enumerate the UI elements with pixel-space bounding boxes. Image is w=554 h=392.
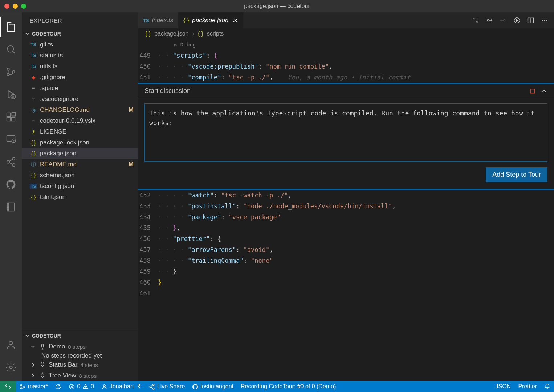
editor-area: TSindex.ts{ }package.json✕ { } package.j…	[138, 12, 554, 381]
svg-rect-6	[7, 117, 11, 121]
remote-button[interactable]	[0, 381, 16, 392]
svg-point-16	[42, 374, 43, 375]
activity-bar	[0, 12, 22, 381]
problems-status[interactable]: 0 0	[65, 381, 98, 392]
close-window[interactable]	[4, 4, 9, 9]
liveshare-icon[interactable]	[0, 152, 22, 172]
maximize-window[interactable]	[21, 4, 26, 9]
source-control-icon[interactable]	[0, 62, 22, 82]
svg-rect-5	[7, 113, 11, 117]
window-controls	[4, 4, 26, 9]
svg-point-12	[9, 341, 13, 345]
editor-actions	[472, 12, 554, 28]
next-change-icon[interactable]	[500, 17, 507, 24]
svg-point-15	[42, 363, 43, 364]
tab[interactable]: { }package.json✕	[178, 12, 243, 28]
file-item[interactable]: ≡.vscodeignore	[22, 94, 138, 105]
codetour-section-header[interactable]: CODETOUR	[22, 330, 138, 341]
discussion-header: Start discussion	[138, 84, 554, 98]
codetour-icon[interactable]	[0, 197, 22, 217]
file-item[interactable]: TSgit.ts	[22, 39, 138, 50]
discussion-panel: Start discussion Add Step to Tour	[138, 84, 554, 189]
svg-rect-7	[11, 117, 15, 121]
svg-point-18	[504, 20, 505, 21]
file-tree: TSgit.tsTSstatus.tsTSutils.ts◆.gitignore…	[22, 39, 138, 330]
notifications-icon[interactable]	[541, 383, 554, 389]
tour-empty-msg: No steps recorded yet	[22, 352, 138, 359]
svg-point-29	[103, 384, 105, 386]
chevron-down-icon	[24, 30, 30, 37]
codetour-panel: CODETOUR Demo 0 stepsNo steps recorded y…	[22, 330, 138, 381]
statusbar: master* 0 0 Jonathan 🎖 Live Share lostin…	[0, 381, 554, 392]
code-editor-top[interactable]: ▷ Debug 449· · "scripts": {450· · · · "v…	[138, 39, 554, 83]
sync-status[interactable]	[52, 381, 65, 392]
file-item[interactable]: ≡.space	[22, 83, 138, 94]
stop-icon[interactable]	[529, 88, 536, 94]
collapse-icon[interactable]	[541, 88, 547, 94]
svg-point-3	[12, 71, 15, 73]
account-icon[interactable]	[0, 335, 22, 355]
file-item[interactable]: ⚷LICENSE	[22, 126, 138, 137]
breadcrumb[interactable]: { } package.json › { } scripts	[138, 28, 554, 39]
file-item[interactable]: { }package.json	[22, 148, 138, 159]
file-item[interactable]: TSstatus.ts	[22, 50, 138, 61]
discussion-textarea[interactable]	[144, 103, 547, 162]
language-status[interactable]: JSON	[492, 383, 515, 390]
add-step-button[interactable]: Add Step to Tour	[486, 167, 547, 182]
sidebar-title: EXPLORER	[22, 12, 138, 28]
window-title: package.json — codetour	[244, 3, 310, 9]
split-editor-icon[interactable]	[527, 17, 534, 24]
formatter-status[interactable]: Prettier	[514, 383, 541, 390]
chevron-down-icon	[24, 332, 30, 339]
svg-rect-14	[42, 344, 44, 347]
file-item[interactable]: { }package-lock.json	[22, 137, 138, 148]
svg-point-21	[542, 20, 543, 21]
file-item[interactable]: ◆.gitignore	[22, 72, 138, 83]
tab[interactable]: TSindex.ts	[138, 12, 178, 28]
code-editor-bottom[interactable]: 452· · · · "watch": "tsc -watch -p ./",4…	[138, 190, 554, 299]
file-item[interactable]: ◷CHANGELOG.mdM	[22, 105, 138, 115]
settings-icon[interactable]	[0, 357, 22, 377]
liveshare-status[interactable]: Live Share	[145, 381, 189, 392]
debug-codelens[interactable]: ▷ Debug	[138, 39, 554, 50]
compare-icon[interactable]	[472, 17, 479, 24]
debug-icon[interactable]	[0, 84, 22, 105]
file-item[interactable]: ⓘREADME.mdM	[22, 159, 138, 170]
tab-bar: TSindex.ts{ }package.json✕	[138, 12, 554, 28]
svg-point-23	[546, 20, 547, 21]
tour-item[interactable]: Demo 0 steps	[22, 341, 138, 352]
file-item[interactable]: { }tslint.json	[22, 192, 138, 203]
file-item[interactable]: TSutils.ts	[22, 61, 138, 72]
more-icon[interactable]	[541, 17, 548, 24]
svg-point-26	[20, 387, 22, 389]
svg-point-22	[544, 20, 545, 21]
run-icon[interactable]	[513, 17, 521, 24]
recording-status[interactable]: Recording CodeTour: #0 of 0 (Demo)	[237, 381, 339, 392]
search-icon[interactable]	[0, 39, 22, 60]
file-item[interactable]: TStsconfig.json	[22, 181, 138, 192]
sidebar: EXPLORER CODETOUR TSgit.tsTSstatus.tsTSu…	[22, 12, 138, 381]
extensions-icon[interactable]	[0, 107, 22, 127]
branch-status[interactable]: master*	[16, 381, 52, 392]
explorer-section-header[interactable]: CODETOUR	[22, 28, 138, 39]
file-item[interactable]: { }schema.json	[22, 170, 138, 181]
file-item[interactable]: ≡codetour-0.0.19.vsix	[22, 115, 138, 126]
explorer-icon[interactable]	[0, 17, 22, 37]
svg-point-0	[7, 46, 14, 52]
svg-point-2	[7, 73, 9, 75]
github-icon[interactable]	[0, 174, 22, 195]
remote-explorer-icon[interactable]	[0, 129, 22, 150]
svg-point-13	[9, 366, 12, 369]
svg-rect-8	[12, 113, 16, 116]
prev-change-icon[interactable]	[486, 17, 493, 24]
svg-point-25	[20, 384, 22, 386]
tour-item[interactable]: Tree View 8 steps	[22, 370, 138, 381]
github-account-status[interactable]: lostintangent	[188, 381, 237, 392]
minimize-window[interactable]	[13, 4, 18, 9]
svg-rect-24	[530, 89, 534, 93]
user-status[interactable]: Jonathan 🎖	[98, 381, 145, 392]
close-tab-icon[interactable]: ✕	[232, 17, 238, 24]
tour-item[interactable]: Status Bar 4 steps	[22, 359, 138, 370]
svg-point-1	[7, 68, 9, 70]
titlebar: package.json — codetour	[0, 0, 554, 12]
